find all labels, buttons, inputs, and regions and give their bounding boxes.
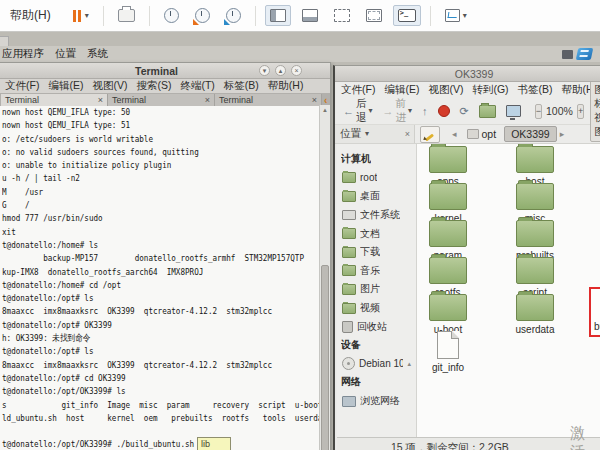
terminal-line: t@donatello:/opt# ls — [2, 291, 331, 304]
refresh-icon: ⟳ — [460, 106, 469, 116]
up-button[interactable]: ↑ — [418, 103, 432, 119]
terminal-line: t@donatello:/opt# ls — [2, 344, 331, 357]
sidebar-item-videos[interactable]: 视频 — [337, 299, 416, 318]
vm-app-toolbar: 帮助(H) ▾ ▾ — [0, 0, 600, 32]
menu-help[interactable]: 帮助(H) — [268, 79, 304, 93]
sidebar-item-trash[interactable]: 回收站 — [337, 317, 416, 336]
sidebar-item-pictures[interactable]: 图片 — [337, 280, 416, 299]
menu-tabs[interactable]: 标签(B) — [224, 79, 259, 93]
menu-search[interactable]: 搜索(S) — [136, 79, 171, 93]
input-method-tray-icon[interactable] — [576, 48, 594, 60]
terminal-line: t@donatello:/opt# OK3399 — [2, 318, 331, 331]
menu-view[interactable]: 视图(V) — [428, 83, 463, 97]
terminal-line: u -h / | tail -n2 — [2, 171, 331, 184]
file-manager-window: OK3399 文件(F) 编辑(E) 视图(V) 转到(G) 书签(B) 帮助(… — [333, 65, 600, 450]
scrollbar-thumb[interactable] — [321, 265, 329, 450]
devices-button[interactable] — [113, 5, 140, 26]
take-snapshot-button[interactable] — [159, 4, 184, 27]
menu-view[interactable]: 视图(V) — [92, 79, 127, 93]
eject-icon[interactable]: ▴ — [407, 360, 411, 368]
menu-file[interactable]: 文件(F) — [5, 79, 39, 93]
breadcrumb-opt[interactable]: opt — [460, 126, 504, 142]
sidebar-item-debian-volume[interactable]: Debian 10...▴ — [337, 355, 416, 374]
places-menu[interactable]: 位置 — [55, 47, 76, 61]
breadcrumb-ok3399[interactable]: OK3399 — [504, 126, 557, 142]
sidebar-item-documents[interactable]: 文档 — [337, 224, 416, 243]
chevron-down-icon: ▾ — [369, 107, 373, 115]
menu-bookmarks[interactable]: 书签(B) — [518, 83, 553, 97]
terminal-line: hmod 777 /usr/bin/sudo — [2, 211, 331, 224]
breadcrumbs: ◂ opt OK3399 ▸ — [450, 126, 566, 142]
stop-button[interactable] — [434, 102, 454, 120]
terminal-line: t@donatello:/opt/OK3399# ls — [2, 384, 331, 397]
sidebar-item-desktop[interactable]: 桌面 — [337, 187, 416, 206]
snapshot-manager-button[interactable] — [221, 4, 246, 27]
zoom-level: 100% — [546, 105, 573, 117]
show-thumbnail-bar-button[interactable] — [297, 5, 323, 26]
file-item[interactable]: git_info — [417, 331, 479, 373]
file-item[interactable]: kernel — [417, 183, 479, 224]
menu-edit[interactable]: 编辑(E) — [48, 79, 83, 93]
sidebar-item-music[interactable]: 音乐 — [337, 262, 416, 281]
fit-guest-button[interactable] — [329, 5, 355, 26]
file-grid[interactable]: apps host kernel misc param prebuilts ro… — [417, 144, 600, 437]
edit-location-button[interactable] — [420, 126, 440, 143]
pause-vm-button[interactable]: ▾ — [67, 3, 94, 29]
back-button[interactable]: ← 后退 ▾ — [339, 94, 377, 128]
minimize-button[interactable]: ▾ — [259, 65, 270, 76]
file-item[interactable]: script — [504, 257, 566, 298]
close-tab-icon[interactable]: × — [205, 95, 210, 105]
sidebar-item-downloads[interactable]: 下载 — [337, 243, 416, 262]
file-item[interactable]: u-boot — [417, 294, 479, 335]
fullscreen-button[interactable]: ▾ — [440, 5, 472, 26]
home-button[interactable] — [475, 102, 500, 121]
forward-button[interactable]: → 前进 ▾ — [379, 94, 417, 128]
console-view-button[interactable] — [393, 5, 421, 26]
terminal-titlebar[interactable]: Terminal ▾ ▴ × — [0, 63, 330, 79]
file-item[interactable]: userdata — [504, 294, 566, 335]
breadcrumb-scroll-right-icon[interactable]: ▸ — [558, 129, 567, 139]
close-side-pane-icon[interactable]: × — [405, 129, 410, 139]
file-item[interactable]: prebuilts — [504, 220, 566, 261]
statusbar: 15 项，剩余空间：2.2GB — [337, 437, 600, 450]
folder-icon — [342, 191, 356, 202]
menu-terminal[interactable]: 终端(T) — [180, 79, 214, 93]
close-tab-icon[interactable]: × — [312, 95, 317, 105]
computer-button[interactable] — [502, 102, 525, 120]
zoom-in-button[interactable]: + — [577, 104, 584, 119]
file-item[interactable]: apps — [417, 146, 479, 187]
zoom-out-button[interactable]: − — [535, 104, 542, 119]
close-tab-icon[interactable]: × — [98, 95, 103, 105]
reload-button[interactable]: ⟳ — [456, 103, 473, 119]
view-mode-button[interactable]: 图标视图 ▾ — [590, 80, 600, 142]
file-manager-titlebar[interactable]: OK3399 — [335, 66, 600, 82]
system-menu[interactable]: 系统 — [87, 47, 108, 61]
terminal-window: Terminal ▾ ▴ × 文件(F) 编辑(E) 视图(V) 搜索(S) 终… — [0, 62, 331, 450]
sidebar-item-filesystem[interactable]: 文件系统 — [337, 206, 416, 225]
show-library-button[interactable] — [265, 5, 291, 26]
computer-icon — [506, 105, 521, 117]
terminal-line — [2, 424, 331, 437]
applications-menu[interactable]: 应用程序 — [2, 47, 44, 61]
divider — [430, 6, 431, 26]
help-menu[interactable]: 帮助(H) — [10, 7, 51, 24]
revert-snapshot-button[interactable] — [190, 4, 215, 27]
maximize-button[interactable]: ▴ — [275, 65, 286, 76]
file-item[interactable]: bu — [594, 321, 600, 332]
volume-tray-icon[interactable] — [562, 50, 573, 59]
sidebar-item-root[interactable]: root — [337, 169, 416, 188]
up-icon: ↑ — [422, 106, 428, 116]
terminal-scrollbar[interactable]: ▲ — [319, 105, 330, 450]
side-pane-selector[interactable]: 位置 ▾ × — [335, 125, 415, 143]
scroll-up-icon[interactable]: ▲ — [320, 105, 330, 113]
sidebar-item-browse-network[interactable]: 浏览网络 — [337, 392, 416, 411]
file-item[interactable]: param — [417, 220, 479, 261]
file-item[interactable]: host — [504, 146, 566, 187]
close-button[interactable]: × — [291, 65, 302, 76]
menu-go[interactable]: 转到(G) — [472, 83, 508, 97]
file-item[interactable]: misc — [504, 183, 566, 224]
file-item[interactable]: rootfs — [417, 257, 479, 298]
breadcrumb-scroll-left-icon[interactable]: ◂ — [450, 129, 459, 139]
terminal-output[interactable]: nown host QEMU_IFLA type: 50 nown host Q… — [2, 105, 331, 450]
free-stretch-button[interactable] — [361, 5, 387, 26]
